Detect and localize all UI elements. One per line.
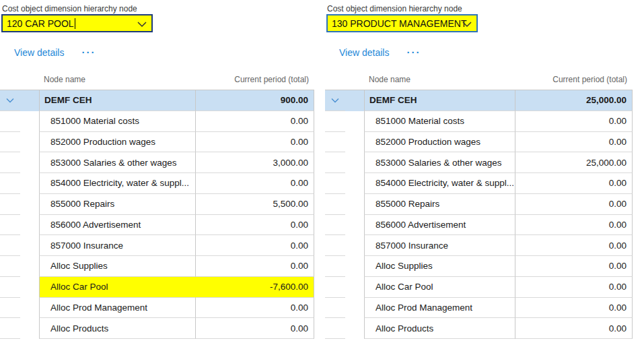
current-period-cell[interactable]: 0.00	[515, 318, 633, 339]
row-selector-cell[interactable]	[0, 318, 20, 339]
node-name-cell[interactable]: 855000 Repairs	[364, 194, 515, 215]
row-selector-cell[interactable]	[0, 173, 20, 194]
table-row[interactable]: Alloc Car Pool -7,600.00	[0, 277, 314, 298]
table-row[interactable]: Alloc Supplies 0.00	[325, 256, 633, 277]
table-row[interactable]: 852000 Production wages 0.00	[325, 132, 633, 153]
table-row[interactable]: Alloc Prod Management 0.00	[0, 298, 314, 319]
node-name-cell[interactable]: Alloc Products	[364, 318, 515, 339]
view-details-link[interactable]: View details	[339, 47, 389, 58]
node-name-cell[interactable]: 852000 Production wages	[39, 132, 196, 153]
node-name-cell[interactable]: DEMF CEH	[39, 90, 196, 111]
row-selector-cell[interactable]	[0, 152, 20, 173]
row-selector-cell[interactable]	[325, 298, 345, 319]
row-selector-cell[interactable]	[0, 277, 20, 298]
more-options-button[interactable]: ···	[81, 49, 96, 56]
node-name-cell[interactable]: 853000 Salaries & other wages	[39, 152, 196, 173]
current-period-cell[interactable]: 0.00	[196, 173, 314, 194]
node-name-cell[interactable]: Alloc Supplies	[364, 256, 515, 277]
table-row[interactable]: 857000 Insurance 0.00	[0, 235, 314, 256]
column-header-current-period[interactable]: Current period (total)	[515, 75, 633, 84]
current-period-cell[interactable]: 0.00	[515, 277, 633, 298]
table-row[interactable]: Alloc Car Pool 0.00	[325, 277, 633, 298]
node-name-cell[interactable]: DEMF CEH	[364, 90, 515, 111]
row-selector-cell[interactable]	[325, 132, 345, 153]
row-selector-cell[interactable]	[0, 235, 20, 256]
row-selector-cell[interactable]	[325, 235, 345, 256]
row-selector-cell[interactable]	[0, 215, 20, 236]
current-period-cell[interactable]: 0.00	[515, 215, 633, 236]
table-row[interactable]: 852000 Production wages 0.00	[0, 132, 314, 153]
column-header-node-name[interactable]: Node name	[364, 75, 515, 84]
current-period-cell[interactable]: 0.00	[196, 298, 314, 319]
current-period-cell[interactable]: 900.00	[196, 90, 314, 111]
current-period-cell[interactable]: 0.00	[515, 173, 633, 194]
table-row[interactable]: Alloc Products 0.00	[0, 318, 314, 339]
table-row[interactable]: 854000 Electricity, water & suppl... 0.0…	[325, 173, 633, 194]
node-name-cell[interactable]: Alloc Prod Management	[39, 298, 196, 319]
current-period-cell[interactable]: 0.00	[196, 256, 314, 277]
row-selector-cell[interactable]	[325, 194, 345, 215]
current-period-cell[interactable]: 25,000.00	[515, 152, 633, 173]
node-name-cell[interactable]: Alloc Supplies	[39, 256, 196, 277]
current-period-cell[interactable]: 5,500.00	[196, 194, 314, 215]
node-name-cell[interactable]: 856000 Advertisement	[364, 215, 515, 236]
row-selector-cell[interactable]	[325, 152, 345, 173]
row-selector-cell[interactable]	[0, 194, 20, 215]
current-period-cell[interactable]: 0.00	[515, 132, 633, 153]
table-row[interactable]: 857000 Insurance 0.00	[325, 235, 633, 256]
table-row[interactable]: 854000 Electricity, water & suppl... 0.0…	[0, 173, 314, 194]
node-name-cell[interactable]: 851000 Material costs	[39, 111, 196, 132]
more-options-button[interactable]: ···	[406, 49, 421, 56]
table-row[interactable]: 855000 Repairs 5,500.00	[0, 194, 314, 215]
chevron-down-icon[interactable]	[6, 98, 14, 103]
hierarchy-node-combobox[interactable]: 130 PRODUCT MANAGEMENT	[326, 14, 478, 32]
hierarchy-node-combobox[interactable]: 120 CAR POOL	[1, 14, 153, 32]
current-period-cell[interactable]: 0.00	[196, 235, 314, 256]
current-period-cell[interactable]: 0.00	[515, 256, 633, 277]
current-period-cell[interactable]: 0.00	[196, 132, 314, 153]
node-name-cell[interactable]: 857000 Insurance	[364, 235, 515, 256]
view-details-link[interactable]: View details	[14, 47, 64, 58]
node-name-cell[interactable]: 856000 Advertisement	[39, 215, 196, 236]
current-period-cell[interactable]: 25,000.00	[515, 90, 633, 111]
table-row[interactable]: Alloc Supplies 0.00	[0, 256, 314, 277]
chevron-down-icon[interactable]	[462, 21, 472, 28]
table-row[interactable]: 856000 Advertisement 0.00	[0, 215, 314, 236]
row-selector-cell[interactable]	[325, 90, 345, 111]
current-period-cell[interactable]: 0.00	[515, 235, 633, 256]
table-row[interactable]: 851000 Material costs 0.00	[0, 111, 314, 132]
row-selector-cell[interactable]	[325, 111, 345, 132]
current-period-cell[interactable]: 0.00	[196, 111, 314, 132]
node-name-cell[interactable]: Alloc Prod Management	[364, 298, 515, 319]
table-row[interactable]: Alloc Products 0.00	[325, 318, 633, 339]
table-row[interactable]: DEMF CEH 900.00	[0, 90, 314, 111]
current-period-cell[interactable]: -7,600.00	[196, 277, 314, 298]
row-selector-cell[interactable]	[0, 256, 20, 277]
table-row[interactable]: 851000 Material costs 0.00	[325, 111, 633, 132]
current-period-cell[interactable]: 0.00	[515, 194, 633, 215]
row-selector-cell[interactable]	[325, 173, 345, 194]
node-name-cell[interactable]: 855000 Repairs	[39, 194, 196, 215]
current-period-cell[interactable]: 3,000.00	[196, 152, 314, 173]
current-period-cell[interactable]: 0.00	[196, 318, 314, 339]
row-selector-cell[interactable]	[0, 90, 20, 111]
row-selector-cell[interactable]	[0, 298, 20, 319]
row-selector-cell[interactable]	[0, 111, 20, 132]
chevron-down-icon[interactable]	[137, 21, 147, 28]
node-name-cell[interactable]: 857000 Insurance	[39, 235, 196, 256]
column-header-node-name[interactable]: Node name	[39, 75, 196, 84]
row-selector-cell[interactable]	[325, 215, 345, 236]
table-row[interactable]: DEMF CEH 25,000.00	[325, 90, 633, 111]
column-header-current-period[interactable]: Current period (total)	[196, 75, 314, 84]
table-row[interactable]: Alloc Prod Management 0.00	[325, 298, 633, 319]
table-row[interactable]: 853000 Salaries & other wages 25,000.00	[325, 152, 633, 173]
table-row[interactable]: 853000 Salaries & other wages 3,000.00	[0, 152, 314, 173]
row-selector-cell[interactable]	[325, 277, 345, 298]
node-name-cell[interactable]: Alloc Car Pool	[39, 277, 196, 298]
row-selector-cell[interactable]	[0, 132, 20, 153]
node-name-cell[interactable]: Alloc Products	[39, 318, 196, 339]
current-period-cell[interactable]: 0.00	[515, 298, 633, 319]
node-name-cell[interactable]: Alloc Car Pool	[364, 277, 515, 298]
row-selector-cell[interactable]	[325, 256, 345, 277]
node-name-cell[interactable]: 852000 Production wages	[364, 132, 515, 153]
